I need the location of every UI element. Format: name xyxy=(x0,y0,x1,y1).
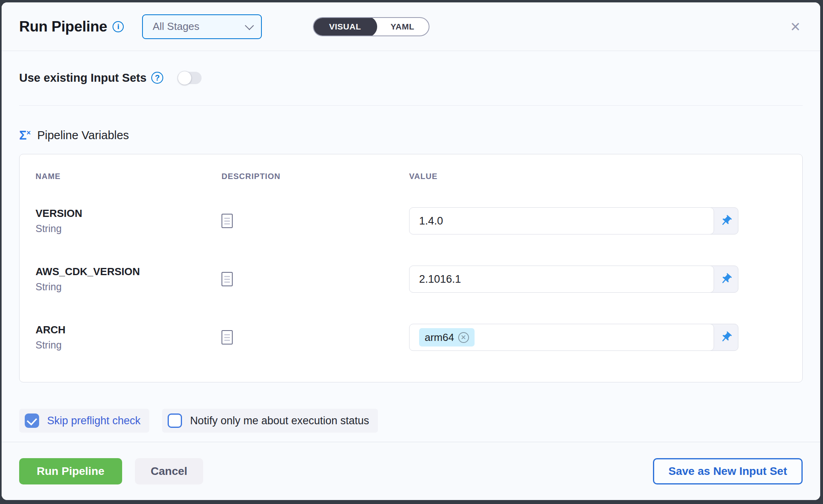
toggle-knob xyxy=(178,71,192,85)
pin-icon[interactable] xyxy=(714,266,738,292)
variable-name-cell: ARCH String xyxy=(36,324,222,351)
variable-name-cell: AWS_CDK_VERSION String xyxy=(36,266,222,293)
variable-name: AWS_CDK_VERSION xyxy=(36,266,222,278)
value-input-group: 2.1016.1 xyxy=(409,266,738,293)
value-tag-input[interactable]: arm64 ✕ xyxy=(409,324,714,351)
info-icon[interactable]: i xyxy=(113,21,124,32)
tab-yaml[interactable]: YAML xyxy=(376,17,429,36)
stage-selector-dropdown[interactable]: All Stages xyxy=(142,14,262,39)
pipeline-variables-card: NAME DESCRIPTION VALUE VERSION String 1.… xyxy=(19,154,803,382)
variable-type: String xyxy=(36,281,222,293)
options-row: Skip preflight check Notify only me abou… xyxy=(19,409,803,433)
variable-name: ARCH xyxy=(36,324,222,336)
close-icon[interactable]: × xyxy=(788,17,803,37)
modal-footer: Run Pipeline Cancel Save as New Input Se… xyxy=(2,442,820,500)
use-existing-input-sets-label: Use existing Input Sets xyxy=(19,71,146,85)
variable-type: String xyxy=(36,223,222,234)
save-as-new-input-set-button[interactable]: Save as New Input Set xyxy=(653,458,803,484)
variable-description-cell xyxy=(222,330,409,345)
view-mode-toggle: VISUAL YAML xyxy=(313,17,429,36)
notify-me-option[interactable]: Notify only me about execution status xyxy=(162,409,378,433)
description-icon xyxy=(222,330,233,345)
variable-value-cell: 2.1016.1 xyxy=(409,266,786,293)
pin-icon[interactable] xyxy=(714,324,738,350)
run-pipeline-button[interactable]: Run Pipeline xyxy=(19,458,122,484)
variable-type: String xyxy=(36,339,222,351)
table-row: ARCH String arm64 ✕ xyxy=(36,319,786,356)
run-pipeline-modal: Run Pipeline i All Stages VISUAL YAML × … xyxy=(2,2,820,500)
variable-name: VERSION xyxy=(36,207,222,220)
value-input[interactable]: 1.4.0 xyxy=(409,207,714,234)
table-row: VERSION String 1.4.0 xyxy=(36,203,786,239)
cancel-button[interactable]: Cancel xyxy=(135,458,204,484)
notify-me-checkbox[interactable] xyxy=(168,413,182,428)
pin-icon[interactable] xyxy=(714,208,738,234)
variable-value-cell: 1.4.0 xyxy=(409,207,786,234)
input-sets-toggle[interactable] xyxy=(178,72,202,84)
column-header-name: NAME xyxy=(36,172,222,181)
table-row: AWS_CDK_VERSION String 2.1016.1 xyxy=(36,261,786,297)
pipeline-variables-icon: Σ× xyxy=(19,129,31,142)
skip-preflight-checkbox[interactable] xyxy=(25,413,39,428)
modal-header: Run Pipeline i All Stages VISUAL YAML × xyxy=(2,2,820,51)
modal-body: Use existing Input Sets ? Σ× Pipeline Va… xyxy=(2,51,820,442)
tag-label: arm64 xyxy=(425,331,454,344)
notify-me-label: Notify only me about execution status xyxy=(190,415,369,427)
stage-selector-value: All Stages xyxy=(152,20,245,33)
variable-description-cell xyxy=(222,272,409,286)
description-icon xyxy=(222,214,233,228)
page-title: Run Pipeline xyxy=(19,18,107,35)
column-header-value: VALUE xyxy=(409,172,786,181)
variable-value-cell: arm64 ✕ xyxy=(409,324,786,351)
tag-remove-icon[interactable]: ✕ xyxy=(458,332,469,343)
description-icon xyxy=(222,272,233,286)
value-input-group: arm64 ✕ xyxy=(409,324,738,351)
skip-preflight-option[interactable]: Skip preflight check xyxy=(19,409,149,433)
skip-preflight-label: Skip preflight check xyxy=(47,415,140,427)
use-existing-input-sets-row: Use existing Input Sets ? xyxy=(19,65,803,90)
variables-header-row: NAME DESCRIPTION VALUE xyxy=(36,172,786,181)
pipeline-variables-title: Pipeline Variables xyxy=(37,129,129,142)
value-input[interactable]: 2.1016.1 xyxy=(409,266,714,293)
variable-name-cell: VERSION String xyxy=(36,207,222,234)
column-header-description: DESCRIPTION xyxy=(222,172,409,181)
help-icon[interactable]: ? xyxy=(151,72,163,84)
value-input-group: 1.4.0 xyxy=(409,207,738,234)
divider xyxy=(19,105,803,106)
chevron-down-icon xyxy=(245,21,254,30)
value-tag: arm64 ✕ xyxy=(419,328,475,346)
tab-visual[interactable]: VISUAL xyxy=(313,17,377,36)
pipeline-variables-heading: Σ× Pipeline Variables xyxy=(19,129,803,142)
variable-description-cell xyxy=(222,214,409,228)
